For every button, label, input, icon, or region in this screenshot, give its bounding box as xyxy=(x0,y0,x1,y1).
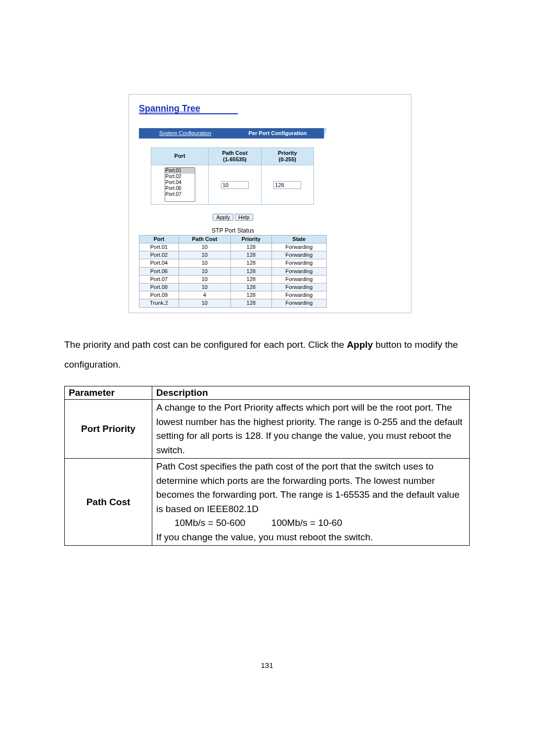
status-cell-port: Port.06 xyxy=(139,267,179,275)
status-col-priority: Priority xyxy=(230,235,271,243)
port-select[interactable]: Port.01Port.02Port.04Port.06Port.07 xyxy=(165,167,195,202)
status-cell-prio: 128 xyxy=(230,267,271,275)
table-row: Trunk.210128Forwarding xyxy=(139,299,327,307)
status-cell-port: Port.09 xyxy=(139,291,179,299)
col-port: Port xyxy=(151,147,209,165)
desc-path-cost: Path Cost specifies the path cost of the… xyxy=(152,459,470,546)
status-cell-port: Port.04 xyxy=(139,259,179,267)
status-table-title: STP Port Status xyxy=(139,227,327,234)
status-cell-prio: 128 xyxy=(230,299,271,307)
path-cost-label: Path Cost xyxy=(211,150,259,156)
stp-status-table: Port Path Cost Priority State Port.01101… xyxy=(139,235,327,308)
panel-title: Spanning Tree xyxy=(139,103,406,114)
col-priority: Priority (0-255) xyxy=(261,147,313,165)
path-cost-range: (1-65535) xyxy=(211,156,259,163)
port-option[interactable]: Port.07 xyxy=(165,191,195,197)
table-row: Port.0710128Forwarding xyxy=(139,275,327,283)
status-cell-prio: 128 xyxy=(230,259,271,267)
table-row: Port.094128Forwarding xyxy=(139,291,327,299)
status-cell-state: Forwarding xyxy=(271,267,326,275)
status-cell-path: 10 xyxy=(178,243,230,251)
help-button[interactable]: Help xyxy=(235,214,253,221)
param-port-priority: Port Priority xyxy=(65,400,152,459)
status-cell-prio: 128 xyxy=(230,284,271,291)
status-cell-path: 10 xyxy=(178,299,230,307)
status-cell-state: Forwarding xyxy=(271,284,326,291)
table-row: Port.0210128Forwarding xyxy=(139,251,327,259)
status-cell-port: Port.01 xyxy=(139,243,179,251)
apply-button[interactable]: Apply xyxy=(213,214,233,221)
button-row: Apply Help xyxy=(139,214,327,221)
status-cell-state: Forwarding xyxy=(271,291,326,299)
status-cell-state: Forwarding xyxy=(271,243,326,251)
body-text-part1: The priority and path cost can be config… xyxy=(64,339,347,350)
status-cell-prio: 128 xyxy=(230,275,271,283)
table-row: Port.0610128Forwarding xyxy=(139,267,327,275)
port-option[interactable]: Port.04 xyxy=(165,180,195,186)
port-config-table: Port Path Cost (1-65535) Priority (0-255… xyxy=(151,147,314,205)
body-paragraph: The priority and path cost can be config… xyxy=(64,335,470,376)
table-row: Port.0410128Forwarding xyxy=(139,259,327,267)
status-col-state: State xyxy=(271,235,326,243)
status-col-port: Port xyxy=(139,235,179,243)
page-number: 131 xyxy=(0,661,534,669)
apply-word: Apply xyxy=(347,339,373,350)
status-cell-path: 10 xyxy=(178,267,230,275)
priority-range: (0-255) xyxy=(264,156,312,163)
status-cell-state: Forwarding xyxy=(271,251,326,259)
status-cell-port: Port.07 xyxy=(139,275,179,283)
table-row: Port.0810128Forwarding xyxy=(139,284,327,291)
path-cost-desc-3: If you change the value, you must reboot… xyxy=(156,530,465,545)
path-cost-speeds: 10Mb/s = 50-600 100Mb/s = 10-60 xyxy=(156,516,465,530)
path-cost-desc-1: Path Cost specifies the path cost of the… xyxy=(156,460,465,516)
tab-flare xyxy=(324,128,327,139)
status-cell-port: Port.02 xyxy=(139,251,179,259)
port-option[interactable]: Port.02 xyxy=(165,174,195,180)
table-row: Port.0110128Forwarding xyxy=(139,243,327,251)
status-cell-path: 10 xyxy=(178,251,230,259)
tab-bar: System Configuration Per Port Configurat… xyxy=(139,128,327,139)
priority-label: Priority xyxy=(264,150,312,156)
status-cell-state: Forwarding xyxy=(271,259,326,267)
desc-port-priority: A change to the Port Priority affects wh… xyxy=(152,400,470,459)
parameter-table: Parameter Description Port Priority A ch… xyxy=(64,386,470,546)
status-col-path: Path Cost xyxy=(178,235,230,243)
status-cell-path: 4 xyxy=(178,291,230,299)
priority-input[interactable] xyxy=(273,181,301,189)
port-option[interactable]: Port.06 xyxy=(165,186,195,191)
status-cell-path: 10 xyxy=(178,259,230,267)
col-path-cost: Path Cost (1-65535) xyxy=(209,147,261,165)
tab-system-configuration[interactable]: System Configuration xyxy=(139,128,231,139)
status-cell-prio: 128 xyxy=(230,243,271,251)
tab-per-port-configuration[interactable]: Per Port Configuration xyxy=(231,128,324,139)
status-cell-port: Port.08 xyxy=(139,284,179,291)
status-cell-state: Forwarding xyxy=(271,275,326,283)
param-header: Parameter xyxy=(65,386,152,400)
desc-header: Description xyxy=(152,386,470,400)
status-cell-prio: 128 xyxy=(230,251,271,259)
status-cell-path: 10 xyxy=(178,284,230,291)
path-cost-input[interactable] xyxy=(221,181,249,189)
status-cell-port: Trunk.2 xyxy=(139,299,179,307)
status-cell-prio: 128 xyxy=(230,291,271,299)
status-cell-path: 10 xyxy=(178,275,230,283)
status-cell-state: Forwarding xyxy=(271,299,326,307)
port-option[interactable]: Port.01 xyxy=(165,168,195,174)
config-screenshot: Spanning Tree System Configuration Per P… xyxy=(129,94,411,313)
param-path-cost: Path Cost xyxy=(65,459,152,546)
